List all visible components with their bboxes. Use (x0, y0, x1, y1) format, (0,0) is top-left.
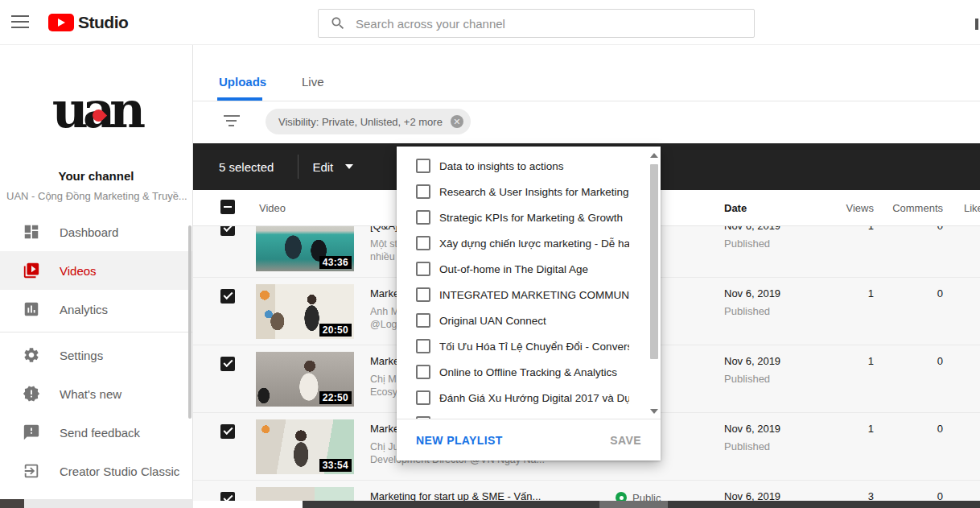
close-icon[interactable]: ✕ (451, 115, 463, 128)
playlist-option[interactable]: Xây dựng chiến lược marketing - Dễ hay..… (397, 230, 661, 256)
video-status: Published (724, 373, 821, 385)
scrollbar-sliver[interactable] (975, 19, 978, 30)
add-to-playlist-popup: Data to insights to actions Research & U… (397, 147, 661, 461)
checkbox-unchecked[interactable] (416, 313, 430, 328)
playlist-option[interactable]: Tối Ưu Hóa Tỉ Lệ Chuyển Đổi - Conversi..… (397, 333, 661, 359)
popup-footer: NEW PLAYLIST SAVE (397, 419, 661, 461)
tab-live[interactable]: Live (302, 75, 324, 89)
filter-row: Visibility: Private, Unlisted, +2 more ✕ (193, 101, 980, 143)
video-title[interactable]: Marketing for start up & SME - Vấn... (370, 490, 616, 501)
checkbox-unchecked[interactable] (416, 159, 430, 173)
sidebar-item-send-feedback[interactable]: Send feedback (0, 413, 192, 452)
exit-icon (23, 462, 40, 480)
tab-uploads[interactable]: Uploads (219, 75, 266, 89)
video-row[interactable]: Marketing for start up & SME - Vấn... Pu… (193, 481, 980, 501)
playlist-option[interactable]: Online to Offline Tracking & Analytics (397, 359, 661, 385)
public-icon (616, 492, 627, 501)
filter-icon[interactable] (224, 115, 240, 130)
row-checkbox-checked[interactable] (220, 289, 235, 304)
duration-badge: 33:54 (319, 459, 352, 472)
checkbox-unchecked[interactable] (416, 262, 430, 276)
select-all-checkbox[interactable] (220, 200, 235, 214)
comments-count: 0 (874, 345, 943, 412)
youtube-studio-logo[interactable]: Studio (48, 13, 128, 32)
popup-scrollbar[interactable] (649, 151, 659, 415)
channel-search-box[interactable] (318, 9, 755, 38)
video-thumbnail: 22:50 (256, 352, 354, 407)
selected-count: 5 selected (219, 160, 274, 174)
playlist-option[interactable]: Science Marketing (397, 411, 661, 419)
column-header-views[interactable]: Views (821, 202, 874, 214)
comments-count: 0 (874, 278, 943, 345)
tabs-row: Uploads Live (193, 45, 980, 101)
sidebar-item-videos[interactable]: Videos (0, 251, 192, 290)
playlist-option[interactable]: Đánh Giá Xu Hướng Digital 2017 và Dự ... (397, 385, 661, 411)
search-icon (330, 15, 346, 31)
video-date: Nov 6, 2019 (724, 423, 821, 435)
active-tab-underline (217, 97, 262, 101)
checkbox-unchecked[interactable] (416, 236, 430, 250)
gear-icon (23, 346, 40, 364)
row-checkbox-checked[interactable] (220, 492, 235, 501)
playlist-option[interactable]: INTEGRATED MARKETING COMMUNIC... (397, 282, 661, 308)
bottom-bar-thumb[interactable] (599, 501, 668, 508)
comments-count: 0 (874, 413, 943, 480)
sidebar-item-whats-new[interactable]: What's new (0, 374, 192, 413)
playlist-list: Data to insights to actions Research & U… (397, 147, 661, 419)
video-thumbnail: 33:54 (256, 419, 354, 474)
column-header-likes[interactable]: Like (943, 202, 980, 214)
sidebar-scrollbar[interactable] (188, 225, 191, 419)
save-button[interactable]: SAVE (610, 434, 641, 447)
comments-count: 0 (874, 481, 943, 501)
visibility-cell: Public (616, 481, 724, 501)
row-checkbox-checked[interactable] (220, 226, 235, 236)
playlist-option[interactable]: Data to insights to actions (397, 153, 661, 179)
whats-new-icon (23, 385, 40, 403)
sidebar-divider (0, 332, 192, 332)
checkbox-unchecked[interactable] (416, 339, 430, 353)
checkbox-unchecked[interactable] (416, 390, 430, 405)
sidebar-item-analytics[interactable]: Analytics (0, 290, 192, 328)
checkbox-unchecked[interactable] (416, 184, 430, 199)
checkbox-unchecked[interactable] (416, 365, 430, 379)
scroll-up-icon[interactable] (650, 153, 658, 158)
checkbox-unchecked[interactable] (416, 287, 430, 302)
studio-logo-text: Studio (78, 13, 128, 32)
row-checkbox-checked[interactable] (220, 357, 235, 371)
playlist-option[interactable]: Out-of-home in The Digital Age (397, 256, 661, 282)
sidebar-item-settings[interactable]: Settings (0, 336, 192, 374)
edit-dropdown-button[interactable]: Edit (312, 160, 353, 174)
video-date: Nov 6, 2019 (724, 490, 821, 501)
scrollbar-thumb[interactable] (650, 164, 658, 359)
feedback-icon (23, 423, 40, 441)
video-date: Nov 6, 2019 (724, 355, 821, 367)
sidebar-item-creator-studio-classic[interactable]: Creator Studio Classic (0, 452, 192, 490)
visibility-filter-chip[interactable]: Visibility: Private, Unlisted, +2 more ✕ (266, 109, 471, 134)
video-date: Nov 6, 2019 (724, 287, 821, 299)
video-thumbnail: 43:36 (256, 226, 354, 271)
video-status: Published (724, 305, 821, 317)
playlist-option[interactable]: Original UAN Connect (397, 308, 661, 333)
bottom-scrollbar-thumb-left[interactable] (0, 499, 24, 508)
column-header-date[interactable]: Date (724, 202, 821, 214)
videos-icon (23, 262, 40, 279)
playlist-option[interactable]: Strategic KPIs for Marketing & Growth (397, 204, 661, 230)
views-count: 1 (821, 278, 874, 345)
checkbox-unchecked[interactable] (416, 210, 430, 225)
column-header-comments[interactable]: Comments (874, 202, 943, 214)
row-checkbox-checked[interactable] (220, 424, 235, 439)
bottom-bar[interactable] (303, 501, 980, 508)
visibility-label: Public (632, 492, 661, 501)
sidebar: uan Your channel UAN - Cộng Đồng Marketi… (0, 45, 193, 501)
sidebar-item-dashboard[interactable]: Dashboard (0, 213, 192, 251)
new-playlist-button[interactable]: NEW PLAYLIST (416, 434, 503, 447)
chevron-down-icon (345, 164, 353, 169)
bottom-scrollbar-track[interactable] (24, 499, 193, 508)
video-date: Nov 6, 2019 (724, 226, 821, 232)
toolbar-divider (298, 155, 299, 179)
hamburger-menu-icon[interactable] (11, 15, 29, 28)
scroll-down-icon[interactable] (650, 409, 658, 414)
playlist-option[interactable]: Research & User Insights for Marketing (397, 179, 661, 204)
channel-avatar[interactable]: uan (44, 85, 149, 142)
search-input[interactable] (356, 17, 754, 31)
